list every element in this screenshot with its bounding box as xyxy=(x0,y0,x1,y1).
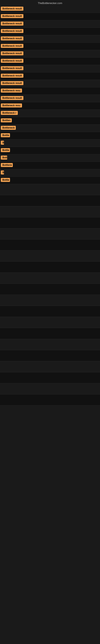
empty-row xyxy=(0,250,100,262)
bottleneck-badge[interactable]: Bottleneck result xyxy=(1,44,23,48)
bottleneck-badge[interactable]: Bottlens xyxy=(1,163,13,167)
empty-row xyxy=(0,361,100,372)
list-item: Bottleneck xyxy=(0,124,100,132)
bottleneck-badge[interactable]: Bottleneck result xyxy=(1,36,23,40)
list-item: B xyxy=(0,140,100,147)
list-item: Bottleneck result xyxy=(0,35,100,43)
bottleneck-badge[interactable]: Bottleneck result xyxy=(1,81,23,85)
list-item: Bottlens xyxy=(0,162,100,169)
bottleneck-badge[interactable]: Bottleneck result xyxy=(1,96,23,100)
empty-row xyxy=(0,240,100,250)
bottleneck-badge[interactable]: Bottlen xyxy=(1,118,12,122)
bottleneck-badge[interactable]: Bottleneck result xyxy=(1,14,23,18)
bottleneck-badge[interactable]: Bottle xyxy=(1,148,10,152)
bottleneck-badge[interactable]: Bottleneck result xyxy=(1,51,23,55)
empty-row xyxy=(0,317,100,328)
empty-row xyxy=(0,217,100,228)
empty-row xyxy=(0,372,100,384)
list-item: B xyxy=(0,169,100,177)
list-item: Bottleneck result xyxy=(0,58,100,65)
list-item: Bottleneck result xyxy=(0,65,100,72)
bottleneck-badge[interactable]: Bottle xyxy=(1,178,10,182)
empty-row xyxy=(0,328,100,339)
bottleneck-badge[interactable]: B xyxy=(1,170,4,174)
list-item: Bottleneck r xyxy=(0,110,100,117)
empty-row xyxy=(0,384,100,394)
empty-row xyxy=(0,273,100,284)
empty-row xyxy=(0,206,100,217)
empty-row xyxy=(0,306,100,317)
empty-row xyxy=(0,228,100,240)
empty-row xyxy=(0,195,100,206)
bottleneck-badge[interactable]: Bottleneck result xyxy=(1,59,23,63)
list-item: Bottleneck result xyxy=(0,28,100,35)
list-item: Bottleneck resu xyxy=(0,87,100,95)
bottleneck-badge[interactable]: Bottleneck r xyxy=(1,111,18,115)
list-item: Bottle xyxy=(0,132,100,140)
list-item: Bott xyxy=(0,154,100,162)
list-item: Bottleneck result xyxy=(0,6,100,13)
bottleneck-badge[interactable]: Bottleneck result xyxy=(1,22,23,26)
bottleneck-badge[interactable]: Bott xyxy=(1,156,7,160)
list-item: Bottle xyxy=(0,177,100,184)
list-item: Bottleneck result xyxy=(0,50,100,58)
list-item: Bottleneck result xyxy=(0,95,100,102)
bottleneck-badge[interactable]: Bottleneck result xyxy=(1,29,23,33)
list-item: Bottlen xyxy=(0,117,100,124)
list-item: Bottleneck result xyxy=(0,20,100,28)
bottleneck-badge[interactable]: Bottleneck resu xyxy=(1,104,22,108)
empty-row xyxy=(0,284,100,295)
bottleneck-badge[interactable]: Bottleneck resu xyxy=(1,88,22,92)
bottleneck-badge[interactable]: Bottleneck result xyxy=(1,7,23,11)
list-item: Bottle xyxy=(0,147,100,154)
empty-row xyxy=(0,295,100,306)
list-item: Bottleneck result xyxy=(0,72,100,80)
list-item: Bottleneck result xyxy=(0,80,100,87)
empty-row xyxy=(0,350,100,361)
site-title: TheBottlenecker.com xyxy=(0,0,100,6)
empty-row xyxy=(0,339,100,350)
empty-row xyxy=(0,394,100,406)
bottleneck-badge[interactable]: Bottle xyxy=(1,133,10,137)
list-item: Bottleneck result xyxy=(0,43,100,50)
empty-row xyxy=(0,262,100,273)
bottleneck-badge[interactable]: Bottleneck xyxy=(1,126,16,130)
bottleneck-badge[interactable]: Bottleneck result xyxy=(1,66,23,70)
list-item: Bottleneck resu xyxy=(0,102,100,110)
list-item: Bottleneck result xyxy=(0,13,100,20)
bottleneck-badge[interactable]: Bottleneck result xyxy=(1,74,23,78)
bottleneck-badge[interactable]: B xyxy=(1,141,4,145)
empty-row xyxy=(0,184,100,195)
